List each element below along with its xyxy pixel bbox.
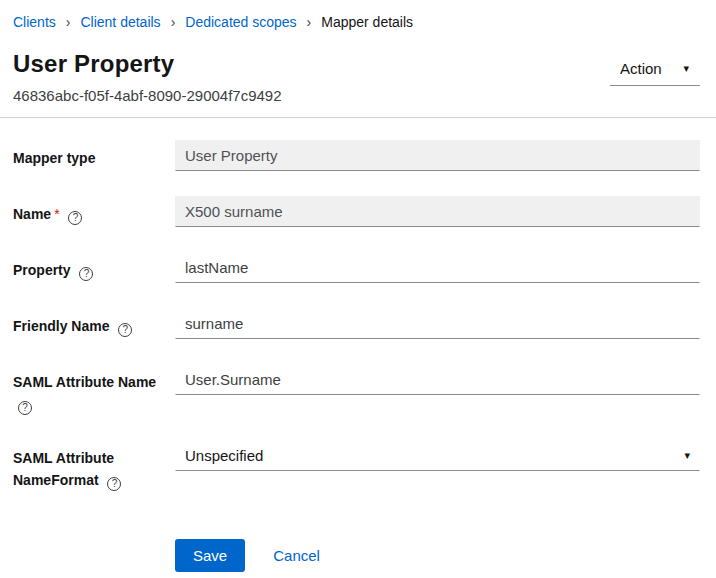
cancel-link[interactable]: Cancel	[273, 547, 320, 564]
action-dropdown-label: Action	[620, 60, 662, 77]
mapper-type-label-text: Mapper type	[13, 150, 95, 166]
form-row-property: Property ?	[13, 252, 700, 283]
help-icon[interactable]: ?	[118, 323, 132, 337]
saml-attribute-name-input[interactable]	[175, 364, 700, 395]
page-title: User Property	[13, 50, 282, 78]
breadcrumb-link-clients[interactable]: Clients	[13, 14, 56, 30]
form-row-saml-attribute-name: SAML Attribute Name ?	[13, 364, 700, 415]
name-label: Name* ?	[13, 196, 175, 225]
breadcrumb-link-dedicated-scopes[interactable]: Dedicated scopes	[185, 14, 296, 30]
form-row-saml-attribute-nameformat: SAML Attribute NameFormat ? Unspecified …	[13, 440, 700, 491]
help-icon[interactable]: ?	[68, 211, 82, 225]
breadcrumb-link-client-details[interactable]: Client details	[80, 14, 160, 30]
property-input[interactable]	[175, 252, 700, 283]
mapper-type-label: Mapper type	[13, 140, 175, 169]
mapper-id: 46836abc-f05f-4abf-8090-29004f7c9492	[13, 87, 282, 104]
breadcrumb: Clients › Client details › Dedicated sco…	[13, 0, 700, 30]
saml-attribute-name-label: SAML Attribute Name ?	[13, 364, 175, 415]
help-icon[interactable]: ?	[107, 477, 121, 491]
friendly-name-label: Friendly Name ?	[13, 308, 175, 337]
help-icon[interactable]: ?	[79, 267, 93, 281]
action-dropdown-button[interactable]: Action ▾	[610, 53, 700, 86]
save-button[interactable]: Save	[175, 539, 245, 572]
saml-attribute-nameformat-label-text: SAML Attribute NameFormat	[13, 450, 114, 488]
name-input	[175, 196, 700, 227]
page-header: User Property 46836abc-f05f-4abf-8090-29…	[13, 50, 700, 104]
mapper-form: Mapper type Name* ? Property ? Friendly …	[0, 140, 716, 572]
mapper-type-input	[175, 140, 700, 171]
name-label-text: Name	[13, 206, 51, 222]
header-divider	[0, 117, 716, 118]
saml-attribute-name-label-text: SAML Attribute Name	[13, 374, 156, 390]
breadcrumb-current-mapper-details: Mapper details	[321, 14, 413, 30]
help-icon[interactable]: ?	[18, 401, 32, 415]
saml-attribute-nameformat-select[interactable]: Unspecified ▾	[175, 440, 700, 471]
friendly-name-input[interactable]	[175, 308, 700, 339]
form-row-name: Name* ?	[13, 196, 700, 227]
friendly-name-label-text: Friendly Name	[13, 318, 109, 334]
caret-down-icon: ▾	[683, 63, 689, 74]
property-label-text: Property	[13, 262, 71, 278]
caret-down-icon: ▾	[684, 450, 690, 461]
saml-attribute-nameformat-value: Unspecified	[185, 447, 263, 464]
form-row-friendly-name: Friendly Name ?	[13, 308, 700, 339]
chevron-right-icon: ›	[66, 15, 71, 29]
chevron-right-icon: ›	[307, 15, 312, 29]
required-indicator: *	[54, 206, 59, 222]
page-header-titles: User Property 46836abc-f05f-4abf-8090-29…	[13, 50, 282, 104]
saml-attribute-nameformat-label: SAML Attribute NameFormat ?	[13, 440, 175, 491]
form-row-mapper-type: Mapper type	[13, 140, 700, 171]
chevron-right-icon: ›	[171, 15, 176, 29]
property-label: Property ?	[13, 252, 175, 281]
form-actions: Save Cancel	[175, 539, 700, 572]
